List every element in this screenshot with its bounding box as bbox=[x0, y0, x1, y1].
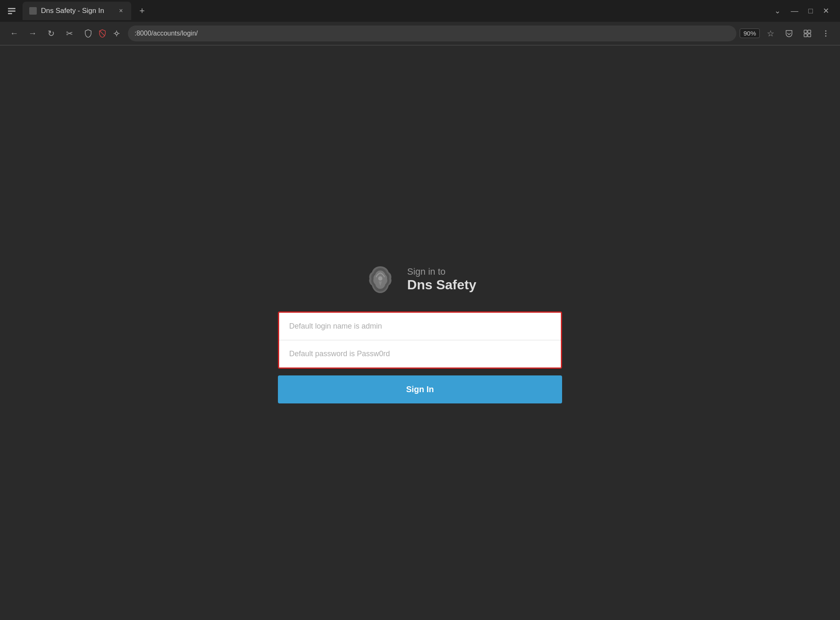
svg-rect-1 bbox=[8, 10, 15, 12]
svg-point-9 bbox=[825, 30, 827, 31]
svg-rect-7 bbox=[804, 34, 807, 37]
refresh-button[interactable]: ↻ bbox=[43, 26, 59, 41]
minimize-button[interactable]: — bbox=[791, 7, 798, 15]
dropdown-icon[interactable]: ⌄ bbox=[774, 6, 781, 15]
scissors-button[interactable]: ✂ bbox=[62, 26, 77, 41]
tab-close-button[interactable]: × bbox=[117, 6, 125, 15]
maximize-button[interactable]: □ bbox=[808, 7, 813, 15]
menu-button[interactable] bbox=[818, 26, 833, 41]
login-container: Sign in to Dns Safety Sign In bbox=[278, 263, 562, 403]
svg-point-11 bbox=[825, 35, 827, 36]
page-content: Sign in to Dns Safety Sign In bbox=[0, 46, 840, 620]
dns-safety-logo bbox=[364, 263, 397, 296]
shield-icon bbox=[82, 27, 94, 40]
back-button[interactable]: ← bbox=[7, 26, 22, 41]
username-input[interactable] bbox=[279, 313, 561, 340]
svg-rect-2 bbox=[8, 13, 12, 14]
svg-rect-8 bbox=[808, 34, 811, 37]
svg-line-3 bbox=[100, 31, 105, 36]
refresh-icon: ↻ bbox=[48, 28, 55, 38]
svg-rect-0 bbox=[8, 8, 15, 9]
brand-text: Sign in to Dns Safety bbox=[407, 266, 476, 293]
password-input[interactable] bbox=[279, 340, 561, 367]
zoom-level[interactable]: 90% bbox=[740, 28, 760, 38]
active-tab[interactable]: Dns Safety - Sign In × bbox=[23, 2, 131, 20]
svg-point-4 bbox=[115, 32, 118, 35]
browser-menu-icon[interactable] bbox=[4, 3, 19, 18]
address-bar[interactable]: :8000/accounts/login/ bbox=[128, 26, 736, 41]
nav-right-buttons: ☆ bbox=[763, 26, 833, 41]
tab-favicon bbox=[29, 7, 37, 15]
forward-icon: → bbox=[28, 28, 37, 38]
tracking-icon bbox=[96, 27, 109, 40]
scissors-icon: ✂ bbox=[66, 28, 73, 38]
forward-button[interactable]: → bbox=[25, 26, 40, 41]
new-tab-button[interactable]: + bbox=[135, 3, 150, 18]
nav-bar: ← → ↻ ✂ bbox=[0, 22, 840, 45]
brand-name-label: Dns Safety bbox=[407, 277, 476, 293]
svg-point-10 bbox=[825, 33, 827, 34]
star-icon: ☆ bbox=[767, 28, 774, 38]
browser-chrome: Dns Safety - Sign In × + ⌄ — □ ✕ ← → ↻ ✂ bbox=[0, 0, 840, 46]
brand-header: Sign in to Dns Safety bbox=[364, 263, 476, 296]
close-button[interactable]: ✕ bbox=[823, 6, 829, 15]
window-controls: ⌄ — □ ✕ bbox=[774, 6, 836, 15]
address-text: :8000/accounts/login/ bbox=[135, 30, 198, 37]
extensions-button[interactable] bbox=[800, 26, 815, 41]
svg-rect-6 bbox=[808, 30, 811, 33]
security-icons bbox=[82, 27, 123, 40]
back-icon: ← bbox=[10, 28, 18, 38]
svg-rect-5 bbox=[804, 30, 807, 33]
sign-in-button[interactable]: Sign In bbox=[278, 375, 562, 403]
pocket-button[interactable] bbox=[781, 26, 797, 41]
bookmark-button[interactable]: ☆ bbox=[763, 26, 778, 41]
network-icon bbox=[110, 27, 123, 40]
login-form-box bbox=[278, 311, 562, 369]
sign-in-to-label: Sign in to bbox=[407, 266, 476, 277]
tab-bar: Dns Safety - Sign In × + ⌄ — □ ✕ bbox=[0, 0, 840, 22]
tab-title: Dns Safety - Sign In bbox=[41, 7, 104, 15]
